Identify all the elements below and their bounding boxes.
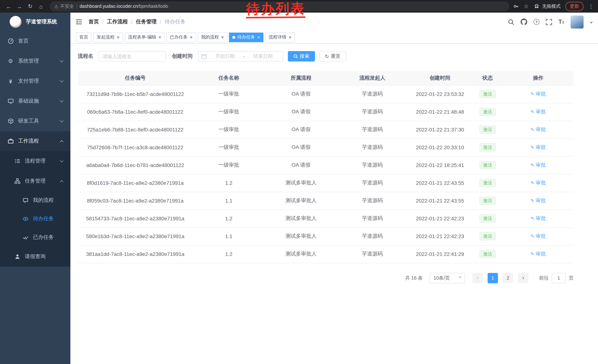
create-time-range-picker[interactable]: 开始日期 - 结束日期 bbox=[198, 51, 283, 61]
breadcrumb-task-mgmt[interactable]: 任务管理 bbox=[136, 18, 157, 25]
process-cell: 测试多审批人 bbox=[265, 210, 337, 227]
reset-button[interactable]: ↻ 重置 bbox=[319, 51, 346, 61]
avatar[interactable] bbox=[571, 15, 583, 28]
status-badge: 激活 bbox=[479, 161, 496, 169]
font-size-icon[interactable]: TT bbox=[558, 19, 564, 25]
status-cell: 激活 bbox=[472, 121, 503, 138]
approve-button[interactable]: ✎审批 bbox=[531, 91, 546, 97]
sidebar-item-payment[interactable]: ¥ 支付管理 bbox=[0, 71, 70, 91]
create-time-cell: 2022-01-22 18:25:41 bbox=[407, 156, 472, 174]
tab-label: 已办任务 bbox=[170, 34, 187, 40]
sidebar-item-done-tasks[interactable]: 已办任务 bbox=[0, 228, 70, 247]
status-badge: 激活 bbox=[479, 179, 496, 187]
edit-icon: ✎ bbox=[531, 162, 534, 168]
sidebar-item-label: 待办任务 bbox=[33, 216, 54, 222]
browser-reload-button[interactable]: ↻ bbox=[25, 1, 35, 11]
close-icon[interactable]: × bbox=[289, 35, 291, 40]
close-icon[interactable]: × bbox=[117, 35, 119, 40]
browser-forward-button[interactable]: → bbox=[15, 1, 25, 11]
date-end-placeholder[interactable]: 结束日期 bbox=[246, 53, 280, 60]
table-row: 73211d9d-7b9b-11ec-b5b7-acde48001122一级审批… bbox=[78, 85, 573, 103]
tab-todo-tasks[interactable]: 待办任务× bbox=[229, 32, 263, 42]
approve-button[interactable]: ✎审批 bbox=[531, 144, 546, 151]
sidebar-item-workflow[interactable]: 工作流程 bbox=[0, 131, 70, 151]
create-time-cell: 2022-01-22 20:33:10 bbox=[407, 138, 472, 156]
task-id-cell: 580e1b3d-7ac8-11ec-a9e2-a2380e71991a bbox=[78, 227, 193, 245]
tab-done-tasks[interactable]: 已办任务× bbox=[166, 32, 196, 42]
task-id-cell: 8f059c03-7ac8-11ec-a9e2-a2380e71991a bbox=[78, 192, 193, 210]
page-button-2[interactable]: 2 bbox=[503, 273, 513, 283]
approve-button[interactable]: ✎审批 bbox=[531, 197, 546, 204]
sidebar-fold-icon[interactable] bbox=[75, 18, 83, 25]
create-time-cell: 2022-01-21 22:41:29 bbox=[407, 245, 472, 263]
search-icon[interactable] bbox=[508, 19, 514, 25]
update-button[interactable]: 更新 bbox=[565, 2, 583, 11]
sidebar-item-system[interactable]: ⚙ 系统管理 bbox=[0, 51, 70, 71]
help-icon[interactable]: ? bbox=[533, 19, 540, 25]
status-cell: 激活 bbox=[472, 227, 503, 245]
status-badge: 激活 bbox=[479, 90, 496, 98]
todo-task-table: 任务编号 任务名称 所属流程 流程发起人 创建时间 状态 操作 73211d9d… bbox=[78, 71, 573, 263]
process-name-input[interactable] bbox=[99, 51, 166, 61]
close-icon[interactable]: × bbox=[221, 35, 224, 40]
browser-back-button[interactable]: ← bbox=[4, 1, 14, 11]
approve-button[interactable]: ✎审批 bbox=[531, 233, 546, 240]
security-chip[interactable]: ⚠ 不安全 bbox=[54, 3, 74, 9]
github-icon[interactable] bbox=[521, 18, 527, 25]
status-badge: 激活 bbox=[479, 250, 496, 258]
fullscreen-icon[interactable] bbox=[546, 19, 552, 25]
table-row: a6aba0a4-7b6d-11ec-b781-acde48001122一级审批… bbox=[78, 156, 573, 174]
task-id-cell: 8f0d1619-7ac8-11ec-a9e2-a2380e71991a bbox=[78, 174, 193, 192]
refresh-icon: ↻ bbox=[325, 54, 329, 59]
sidebar-item-process-mgmt[interactable]: 流程管理 bbox=[0, 151, 70, 171]
browser-menu-icon[interactable]: ⋮ bbox=[588, 3, 594, 9]
tab-label: 流程表单-编辑 bbox=[128, 34, 156, 40]
close-icon[interactable]: × bbox=[190, 35, 192, 40]
approve-button[interactable]: ✎审批 bbox=[531, 126, 546, 133]
breadcrumb-workflow[interactable]: 工作流程 bbox=[107, 18, 128, 25]
tab-process-form-edit[interactable]: 流程表单-编辑× bbox=[125, 32, 165, 42]
action-cell: ✎审批 bbox=[503, 192, 573, 210]
tab-my-process[interactable]: 我的流程× bbox=[198, 32, 227, 42]
create-time-cell: 2022-01-22 21:37:30 bbox=[407, 121, 472, 138]
close-icon[interactable]: × bbox=[257, 35, 260, 40]
page-size-select[interactable]: 10条/页 bbox=[429, 273, 465, 283]
approve-button[interactable]: ✎审批 bbox=[531, 108, 546, 115]
sidebar-item-task-mgmt[interactable]: 任务管理 bbox=[0, 171, 70, 191]
status-cell: 激活 bbox=[472, 245, 503, 263]
sidebar-item-infrastructure[interactable]: 基础设施 bbox=[0, 91, 70, 111]
table-row: 725a1eb6-7b88-11ec-8ef0-acde48001122一级审批… bbox=[78, 121, 573, 138]
table-header-row: 任务编号 任务名称 所属流程 流程发起人 创建时间 状态 操作 bbox=[78, 71, 573, 85]
search-button[interactable]: 搜索 bbox=[288, 51, 315, 61]
approve-button[interactable]: ✎审批 bbox=[531, 162, 546, 169]
browser-home-button[interactable]: ⌂ bbox=[36, 1, 46, 11]
status-cell: 激活 bbox=[472, 210, 503, 227]
approve-button[interactable]: ✎审批 bbox=[531, 215, 546, 222]
tab-launch-process[interactable]: 发起流程× bbox=[93, 32, 123, 42]
tab-home[interactable]: 首页 bbox=[76, 32, 91, 42]
create-time-cell: 2022-01-21 22:43:55 bbox=[407, 174, 472, 192]
sidebar-item-todo-tasks[interactable]: 待办任务 bbox=[0, 210, 70, 228]
sidebar-item-label: 首页 bbox=[18, 38, 29, 44]
action-cell: ✎审批 bbox=[503, 174, 573, 192]
sidebar-item-my-process[interactable]: 我的流程 bbox=[0, 191, 70, 210]
key-icon[interactable] bbox=[513, 3, 519, 9]
sidebar-item-dev-tools[interactable]: 研发工具 bbox=[0, 111, 70, 131]
action-cell: ✎审批 bbox=[503, 227, 573, 245]
goto-page-input[interactable] bbox=[552, 273, 566, 283]
action-cell: ✎审批 bbox=[503, 103, 573, 121]
approve-button[interactable]: ✎审批 bbox=[531, 251, 546, 257]
sidebar-item-leave-query[interactable]: 请假查询 bbox=[0, 247, 70, 267]
gauge-icon bbox=[8, 38, 14, 44]
page-button-1[interactable]: 1 bbox=[488, 273, 498, 283]
status-cell: 激活 bbox=[472, 85, 503, 103]
sidebar-item-home[interactable]: 首页 bbox=[0, 31, 70, 51]
tab-process-detail[interactable]: 流程详情× bbox=[265, 32, 295, 42]
breadcrumb-home[interactable]: 首页 bbox=[89, 18, 99, 25]
bookmark-star-icon[interactable]: ☆ bbox=[524, 3, 529, 10]
date-start-placeholder[interactable]: 开始日期 bbox=[208, 53, 242, 60]
prev-page-button[interactable]: ‹ bbox=[472, 273, 483, 283]
next-page-button[interactable]: › bbox=[518, 273, 528, 283]
close-icon[interactable]: × bbox=[158, 35, 161, 40]
approve-button[interactable]: ✎审批 bbox=[531, 180, 546, 186]
